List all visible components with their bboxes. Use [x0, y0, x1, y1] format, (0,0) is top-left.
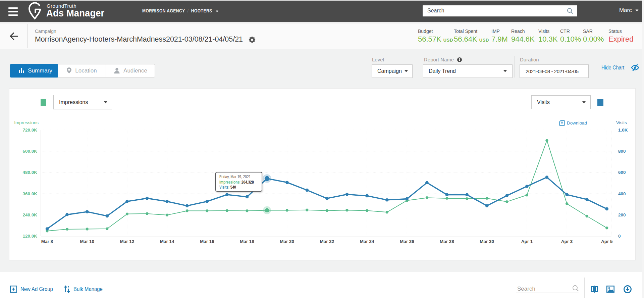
svg-text:Mar 8: Mar 8 — [41, 239, 53, 244]
svg-text:Apr 1: Apr 1 — [521, 239, 533, 244]
svg-text:600: 600 — [618, 170, 626, 175]
svg-text:Mar 26: Mar 26 — [400, 239, 414, 244]
svg-text:360.0K: 360.0K — [22, 191, 37, 196]
svg-text:200: 200 — [618, 212, 626, 217]
svg-text:Mar 30: Mar 30 — [480, 239, 494, 244]
svg-text:480.0K: 480.0K — [22, 170, 37, 175]
svg-text:Mar 28: Mar 28 — [440, 239, 454, 244]
svg-text:Visits: Visits — [616, 120, 627, 125]
svg-text:720.0K: 720.0K — [22, 128, 37, 133]
svg-text:240.0K: 240.0K — [22, 212, 37, 217]
svg-text:Mar 18: Mar 18 — [240, 239, 254, 244]
svg-text:1.0K: 1.0K — [618, 128, 628, 133]
svg-text:Mar 24: Mar 24 — [360, 239, 374, 244]
svg-text:Mar 14: Mar 14 — [160, 239, 174, 244]
svg-text:Apr 3: Apr 3 — [561, 239, 573, 244]
svg-text:Mar 22: Mar 22 — [320, 239, 334, 244]
svg-text:Mar 10: Mar 10 — [80, 239, 94, 244]
svg-text:Mar 20: Mar 20 — [280, 239, 294, 244]
svg-text:400: 400 — [618, 191, 626, 196]
svg-text:120.0K: 120.0K — [22, 234, 37, 239]
svg-text:Impressions: Impressions — [14, 120, 39, 125]
svg-text:600.0K: 600.0K — [22, 149, 37, 154]
svg-text:800: 800 — [618, 149, 626, 154]
svg-text:Apr 5: Apr 5 — [601, 239, 613, 244]
svg-text:Mar 16: Mar 16 — [200, 239, 214, 244]
svg-text:Mar 12: Mar 12 — [120, 239, 135, 244]
svg-text:0: 0 — [618, 234, 621, 239]
